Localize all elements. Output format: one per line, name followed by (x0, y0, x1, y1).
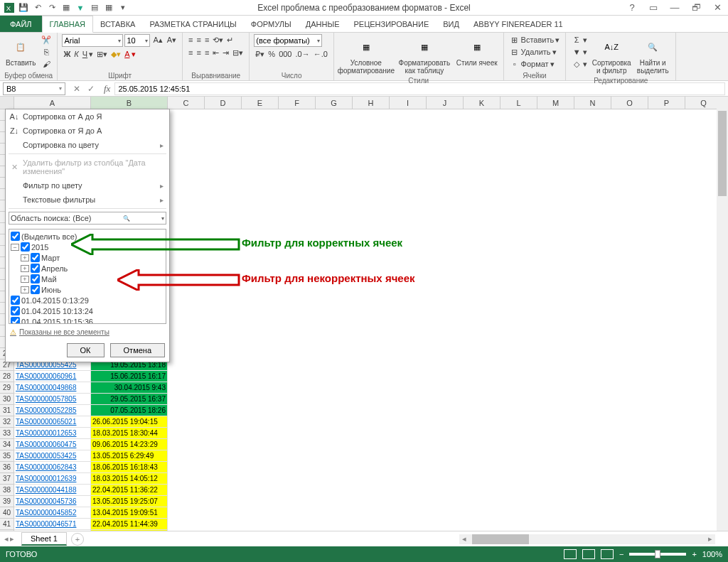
cell-date[interactable]: 13.04.2015 19:09:51 (91, 507, 168, 519)
format-table-button[interactable]: ▦ Форматировать как таблицу (397, 34, 452, 76)
sort-az-item[interactable]: A↓Сортировка от А до Я (6, 109, 169, 124)
cell-date[interactable]: 22.04.2015 11:36:22 (91, 485, 168, 496)
fx-icon[interactable]: fx (100, 83, 114, 94)
underline-button[interactable]: Ч▾ (81, 48, 95, 60)
undo-icon[interactable]: ↶ (31, 1, 44, 14)
cell-id[interactable]: TAS000000045736 (14, 496, 91, 507)
scrollbar-thumb[interactable] (472, 534, 529, 544)
row-header[interactable]: 36 (0, 462, 14, 473)
row-header[interactable]: 32 (0, 416, 14, 428)
row-header[interactable]: 39 (0, 496, 14, 507)
grow-font-button[interactable]: A▴ (151, 34, 164, 45)
col-header-C[interactable]: C (168, 97, 205, 109)
col-header-J[interactable]: J (427, 97, 464, 109)
filter-search-input[interactable]: Область поиска: (Все)🔍▾ (9, 212, 166, 225)
cancel-button[interactable]: Отмена (110, 343, 165, 357)
row-header[interactable]: 31 (0, 405, 14, 416)
col-header-F[interactable]: F (279, 97, 316, 109)
italic-button[interactable]: К (73, 48, 80, 60)
qat-icon-1[interactable]: ▦ (60, 1, 73, 14)
tree-date[interactable]: 01.04.2015 10:15:36 (11, 316, 164, 324)
sort-filter-button[interactable]: A↓Z Сортировка и фильтр (592, 34, 631, 76)
comma-button[interactable]: 000 (277, 48, 293, 60)
checkbox[interactable] (31, 253, 40, 262)
cut-button[interactable]: ✂️ (40, 34, 53, 45)
scroll-right-icon[interactable]: ▸ (705, 534, 715, 544)
indent-inc-button[interactable]: ⇥ (221, 47, 230, 58)
col-header-A[interactable]: A (14, 97, 91, 109)
inc-decimal-button[interactable]: .0→ (294, 48, 311, 60)
zoom-slider[interactable] (629, 553, 686, 556)
copy-button[interactable]: ⎘ (40, 46, 53, 58)
align-center-button[interactable]: ≡ (196, 47, 203, 58)
normal-view-icon[interactable] (564, 549, 577, 559)
scrollbar-thumb[interactable] (718, 111, 727, 196)
row-header[interactable]: 38 (0, 485, 14, 496)
col-header-H[interactable]: H (353, 97, 390, 109)
zoom-out-button[interactable]: − (619, 550, 623, 558)
sort-color-item[interactable]: Сортировка по цвету▸ (6, 138, 169, 152)
cell-id[interactable]: TAS000000044188 (14, 485, 91, 496)
cell-id[interactable]: TAS000000065021 (14, 416, 91, 428)
checkbox[interactable] (11, 306, 20, 315)
percent-button[interactable]: % (267, 48, 277, 60)
font-color-button[interactable]: A▾ (123, 48, 136, 60)
close-icon[interactable]: ✕ (707, 0, 728, 16)
sheet-tab[interactable]: Sheet 1 (21, 532, 67, 546)
number-format-combo[interactable]: (все форматы)▾ (254, 34, 322, 47)
col-header-D[interactable]: D (205, 97, 242, 109)
cancel-formula-button[interactable]: ✕ (71, 84, 82, 94)
cell-date[interactable]: 30.04.2015 9:43 (91, 382, 168, 394)
row-header[interactable]: 41 (0, 519, 14, 530)
sheet-nav-first-icon[interactable]: ◂ (4, 534, 9, 544)
page-layout-view-icon[interactable] (582, 549, 595, 559)
fill-color-button[interactable]: ◆▾ (109, 48, 122, 60)
excel-icon[interactable]: X (3, 1, 16, 14)
row-header[interactable]: 34 (0, 439, 14, 450)
cell-date[interactable]: 07.05.2015 18:26 (91, 405, 168, 416)
checkbox[interactable] (11, 296, 20, 305)
tab-home[interactable]: ГЛАВНАЯ (42, 16, 93, 33)
font-name-combo[interactable]: Arial▾ (62, 34, 123, 47)
table-row[interactable]: TAS000000065021 26.06.2015 19:04:15 (14, 416, 728, 428)
table-row[interactable]: TAS000000044188 22.04.2015 11:36:22 (14, 485, 728, 496)
col-header-E[interactable]: E (242, 97, 279, 109)
tab-abbyy[interactable]: ABBYY FineReader 11 (466, 16, 570, 32)
add-sheet-button[interactable]: + (71, 533, 84, 546)
restore-icon[interactable]: 🗗 (685, 0, 707, 16)
table-row[interactable]: TAS000000049868 30.04.2015 9:43 (14, 382, 728, 394)
qat-dropdown-icon[interactable]: ▾ (117, 1, 129, 14)
cell-styles-button[interactable]: ▦ Стили ячеек (455, 34, 499, 68)
tab-layout[interactable]: РАЗМЕТКА СТРАНИЦЫ (142, 16, 243, 32)
checkbox[interactable] (31, 285, 40, 294)
sheet-nav-last-icon[interactable]: ▸ (10, 534, 14, 544)
zoom-level[interactable]: 100% (702, 550, 722, 558)
tab-insert[interactable]: ВСТАВКА (93, 16, 142, 32)
col-header-G[interactable]: G (316, 97, 353, 109)
qat-icon-3[interactable]: ▦ (102, 1, 115, 14)
minimize-icon[interactable]: — (664, 0, 685, 16)
table-row[interactable]: TAS000000062843 18.06.2015 16:18:43 (14, 462, 728, 473)
font-size-combo[interactable]: 10▾ (124, 34, 150, 47)
checkbox[interactable] (11, 317, 20, 324)
horizontal-scrollbar[interactable]: ◂ ▸ (459, 534, 715, 544)
tree-date[interactable]: 01.04.2015 0:13:29 (11, 295, 164, 306)
cell-date[interactable]: 22.04.2015 11:44:39 (91, 519, 168, 530)
cell-id[interactable]: TAS000000052285 (14, 405, 91, 416)
row-header[interactable]: 29 (0, 382, 14, 394)
cell-id[interactable]: TAS000000060475 (14, 439, 91, 450)
indent-dec-button[interactable]: ⇤ (211, 47, 220, 58)
qat-icon-2[interactable]: ▤ (88, 1, 101, 14)
cell-date[interactable]: 13.05.2015 19:25:07 (91, 496, 168, 507)
col-header-I[interactable]: I (390, 97, 427, 109)
table-row[interactable]: TAS000000053425 13.05.2015 6:29:49 (14, 450, 728, 462)
cell-id[interactable]: TAS000000062843 (14, 462, 91, 473)
align-left-button[interactable]: ≡ (187, 47, 194, 58)
insert-cells-button[interactable]: ⊞Вставить▾ (508, 34, 562, 45)
clear-button[interactable]: ◇▾ (570, 58, 589, 70)
select-all-corner[interactable] (0, 97, 14, 109)
zoom-in-button[interactable]: + (692, 550, 696, 558)
table-row[interactable]: TAS000000052285 07.05.2015 18:26 (14, 405, 728, 416)
fill-button[interactable]: ▼▾ (570, 46, 589, 58)
align-bottom-button[interactable]: ≡ (203, 34, 210, 45)
